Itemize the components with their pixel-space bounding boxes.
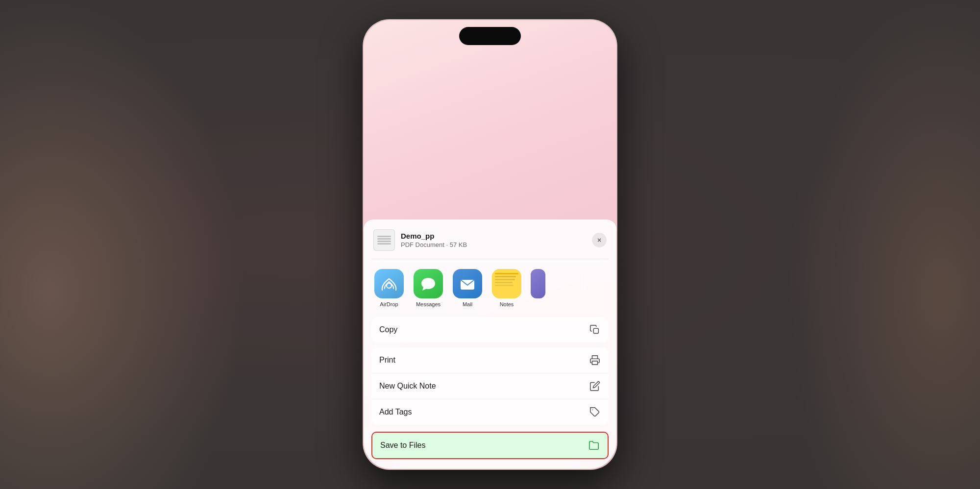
print-label: Print [379,356,395,365]
dynamic-island [459,27,521,45]
notes-line-5 [495,285,514,286]
copy-action[interactable]: Copy [371,317,609,342]
app-icons-row: AirDrop Messages [371,267,609,309]
share-header: Demo_pp PDF Document · 57 KB × [371,227,609,259]
copy-icon [589,324,601,336]
power-button[interactable] [616,133,617,177]
svg-rect-3 [592,361,598,365]
save-to-files-action[interactable]: Save to Files [371,432,609,459]
notes-icon-inner [492,269,521,298]
notes-icon-bg [492,269,521,298]
save-to-files-icon [588,440,600,451]
action-group-2: Print New Quick Note [371,347,609,425]
print-action[interactable]: Print [371,347,609,373]
share-sheet: Demo_pp PDF Document · 57 KB × [364,220,616,469]
notes-line-3 [495,279,515,280]
messages-icon-bg [414,269,443,298]
iphone-screen: Demo_pp PDF Document · 57 KB × [364,20,616,469]
mail-label: Mail [463,301,472,307]
thumb-line-2 [377,238,391,240]
share-header-left: Demo_pp PDF Document · 57 KB [373,229,467,251]
airdrop-label: AirDrop [380,301,398,307]
thumb-line-4 [377,243,391,244]
file-meta: PDF Document · 57 KB [401,241,467,248]
app-icon-mail[interactable]: Mail [450,269,485,307]
print-icon [589,354,601,366]
close-button[interactable]: × [592,233,607,247]
iphone-frame: Demo_pp PDF Document · 57 KB × [363,19,617,470]
file-name: Demo_pp [401,232,467,240]
add-tags-action[interactable]: Add Tags [371,399,609,425]
add-tags-icon [589,406,601,418]
notes-label: Notes [500,301,514,307]
app-icon-more[interactable] [528,269,548,307]
thumb-line-3 [377,241,391,242]
notes-line-4 [495,282,513,283]
file-thumbnail [373,229,395,251]
notes-line-1 [495,273,518,274]
file-info: Demo_pp PDF Document · 57 KB [401,232,467,248]
messages-svg [419,275,437,293]
save-to-files-label: Save to Files [380,441,425,450]
new-quick-note-icon [589,380,601,392]
mail-icon-bg [453,269,482,298]
new-quick-note-action[interactable]: New Quick Note [371,373,609,399]
new-quick-note-label: New Quick Note [379,382,436,391]
action-list: Copy Print [371,317,609,459]
add-tags-label: Add Tags [379,408,412,416]
mail-svg [459,275,476,293]
action-group-1: Copy [371,317,609,342]
copy-label: Copy [379,325,397,334]
svg-rect-2 [593,328,598,333]
app-icon-messages[interactable]: Messages [411,269,446,307]
notes-line-2 [495,276,516,277]
more-icon-bg [531,269,545,298]
app-icon-airdrop[interactable]: AirDrop [371,269,407,307]
thumb-line-1 [377,236,391,237]
messages-label: Messages [416,301,441,307]
app-icon-notes[interactable]: Notes [489,269,524,307]
airdrop-svg [380,275,398,293]
airdrop-icon-bg [374,269,404,298]
